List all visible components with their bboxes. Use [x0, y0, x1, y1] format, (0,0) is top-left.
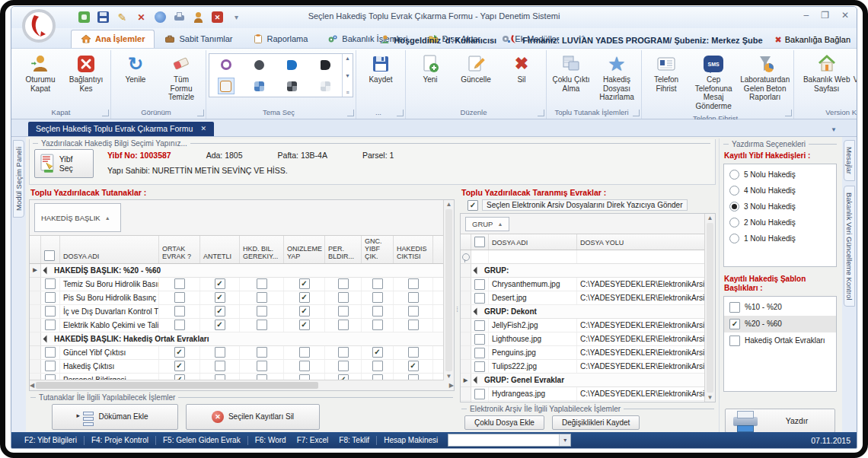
- clear-form-button[interactable]: Tüm Formu Temizle: [159, 52, 203, 103]
- table-row[interactable]: Tulips222.jpgC:\YADESYEDEKLER\Elektronik…: [461, 360, 715, 374]
- cell-checkbox[interactable]: [299, 374, 310, 380]
- cell-checkbox[interactable]: [257, 306, 267, 316]
- cell-checkbox[interactable]: [257, 347, 267, 358]
- refresh-button[interactable]: Yenile: [113, 52, 158, 86]
- send-to-printer-checkbox[interactable]: ✓: [468, 200, 478, 211]
- disconnect-button[interactable]: Bağlantıyı Kes: [64, 52, 108, 94]
- group-row[interactable]: GRUP:: [461, 264, 715, 278]
- group-by-hakedis-baslik-button[interactable]: HAKEDİŞ BAŞLIK: [34, 203, 121, 232]
- cell-checkbox[interactable]: [257, 320, 267, 330]
- hakedis-radio-option[interactable]: 4 Nolu Hakediş: [724, 183, 836, 199]
- cell-checkbox[interactable]: ✓: [215, 278, 225, 289]
- cell-checkbox[interactable]: [45, 361, 56, 371]
- cell-checkbox[interactable]: ✓: [174, 347, 185, 358]
- column-header[interactable]: GNC. YIBF ÇIK.: [362, 236, 394, 263]
- cell-checkbox[interactable]: ✓: [408, 361, 419, 371]
- filter-row[interactable]: [461, 250, 715, 264]
- status-item[interactable]: F6: WordF7: ExcelF8: Teklif: [248, 436, 376, 444]
- hakedis-radio-option[interactable]: 1 Nolu Hakediş: [724, 231, 836, 246]
- update-button[interactable]: Güncelle: [454, 52, 498, 86]
- column-header[interactable]: HAKEDIS CIKTISI: [394, 236, 433, 263]
- group-launcher-icon[interactable]: [633, 110, 640, 116]
- cell-checkbox[interactable]: [372, 320, 383, 330]
- cell-checkbox[interactable]: [372, 278, 383, 289]
- cell-checkbox[interactable]: [372, 374, 383, 380]
- status-item[interactable]: F2: Yibf Bilgileri: [18, 436, 84, 444]
- left-grid-vscrollbar[interactable]: ▲▼: [443, 200, 454, 380]
- column-header[interactable]: DOSYA YOLU: [577, 234, 715, 250]
- cell-checkbox[interactable]: [338, 361, 349, 371]
- cell-checkbox[interactable]: [372, 292, 383, 303]
- right-grid-vscrollbar[interactable]: ▲▼: [704, 214, 715, 402]
- group-launcher-icon[interactable]: [785, 110, 792, 116]
- select-all-header[interactable]: [471, 234, 489, 250]
- cell-checkbox[interactable]: [174, 292, 185, 303]
- radio-icon[interactable]: [729, 218, 739, 227]
- radio-icon[interactable]: [729, 234, 739, 243]
- cell-checkbox[interactable]: [215, 361, 225, 371]
- status-item[interactable]: F4: Proje Kontrol: [85, 436, 155, 444]
- gallery-down-icon[interactable]: ▼: [345, 73, 350, 78]
- cell-checkbox[interactable]: [474, 348, 485, 358]
- group-launcher-icon[interactable]: [197, 110, 204, 116]
- table-row[interactable]: Hydrangeas.jpgC:\YADESYEDEKLER\Elektroni…: [461, 387, 715, 401]
- table-row[interactable]: Personel Bildirgesi✓✓: [30, 374, 454, 380]
- template-check-option[interactable]: ✓%20 - %60: [724, 316, 836, 332]
- horizontal-scrollbar[interactable]: ◀ ▶: [30, 380, 454, 390]
- lab-reports-button[interactable]: Laboratuardan Gelen Beton Raporları: [739, 52, 791, 103]
- theme-blue-grid-icon[interactable]: [251, 78, 267, 94]
- new-button[interactable]: Yeni: [408, 52, 452, 86]
- cell-checkbox[interactable]: [474, 334, 485, 345]
- group-row[interactable]: GRUP: Dekont: [461, 305, 715, 319]
- cell-checkbox[interactable]: ✓: [729, 319, 740, 329]
- theme-dark-grid-icon[interactable]: [284, 78, 301, 94]
- group-launcher-icon[interactable]: [347, 110, 354, 116]
- expand-icon[interactable]: [43, 335, 51, 342]
- cell-checkbox[interactable]: ✓: [299, 278, 310, 289]
- cell-checkbox[interactable]: [372, 361, 383, 371]
- cell-checkbox[interactable]: [44, 250, 55, 261]
- cell-checkbox[interactable]: [474, 320, 485, 331]
- expand-icon[interactable]: [474, 308, 481, 316]
- scroll-up-icon[interactable]: ▲: [707, 215, 713, 221]
- expand-icon[interactable]: [474, 377, 481, 384]
- template-check-option[interactable]: Hakediş Ortak Evrakları: [724, 332, 836, 349]
- tab-list-dropdown-icon[interactable]: ▼: [831, 126, 837, 133]
- hakedis-radio-option[interactable]: 2 Nolu Hakediş: [724, 215, 836, 231]
- group-launcher-icon[interactable]: [397, 110, 404, 116]
- document-tab[interactable]: Seçlen Hakediş Toplu Evrak Çıkarma Formu…: [28, 122, 214, 136]
- cell-checkbox[interactable]: [45, 347, 56, 358]
- table-row[interactable]: Lighthouse.jpgC:\YADESYEDEKLER\Elektroni…: [461, 332, 715, 346]
- group-launcher-icon[interactable]: [538, 110, 544, 116]
- combo-dropdown-icon[interactable]: ▾: [559, 434, 570, 446]
- sms-button[interactable]: SMS Cep Telefonuna Mesaj Gönderme: [690, 52, 737, 112]
- cell-checkbox[interactable]: ✓: [299, 306, 310, 316]
- select-all-header[interactable]: [41, 236, 60, 263]
- status-item[interactable]: F5: Gelen Giden Evrak: [156, 436, 247, 444]
- cell-checkbox[interactable]: [338, 320, 349, 330]
- maximize-button[interactable]: ❐: [821, 10, 829, 21]
- hakedis-radio-option[interactable]: 3 Nolu Hakediş: [724, 199, 836, 215]
- cell-checkbox[interactable]: [174, 278, 185, 289]
- theme-blue-flag-icon[interactable]: [284, 56, 301, 73]
- cell-checkbox[interactable]: [257, 278, 267, 289]
- group-by-grup-button[interactable]: GRUP: [465, 217, 509, 231]
- cell-checkbox[interactable]: [474, 389, 485, 399]
- cell-checkbox[interactable]: ✓: [174, 361, 185, 371]
- cell-checkbox[interactable]: [174, 320, 185, 330]
- save-record-button[interactable]: Kaydet: [359, 52, 403, 86]
- table-row[interactable]: Elektrik Kablo Çekimi ve Tali Pano...✓✓: [30, 319, 454, 332]
- close-button[interactable]: ✕: [841, 10, 849, 21]
- logout-button[interactable]: Oturumu Kapat: [18, 52, 62, 94]
- cell-checkbox[interactable]: [474, 293, 485, 304]
- minimize-button[interactable]: –: [803, 10, 809, 21]
- expand-icon[interactable]: [43, 266, 51, 274]
- cell-checkbox[interactable]: [408, 347, 419, 358]
- hakedis-radio-option[interactable]: 5 Nolu Hakediş: [724, 167, 836, 183]
- add-multi-file-button[interactable]: Çoklu Dosya Ekle: [464, 415, 544, 431]
- cell-checkbox[interactable]: [257, 374, 267, 380]
- hakedis-file-button[interactable]: Hakediş Dosyası Hazırlama: [595, 52, 639, 103]
- ministry-data-update-tab[interactable]: Bakanlık Veri Güncelleme Kontrol: [844, 186, 855, 307]
- connect-ministry-button[interactable]: Bakanlığa Bağlan: [775, 35, 850, 45]
- cell-checkbox[interactable]: [408, 320, 419, 330]
